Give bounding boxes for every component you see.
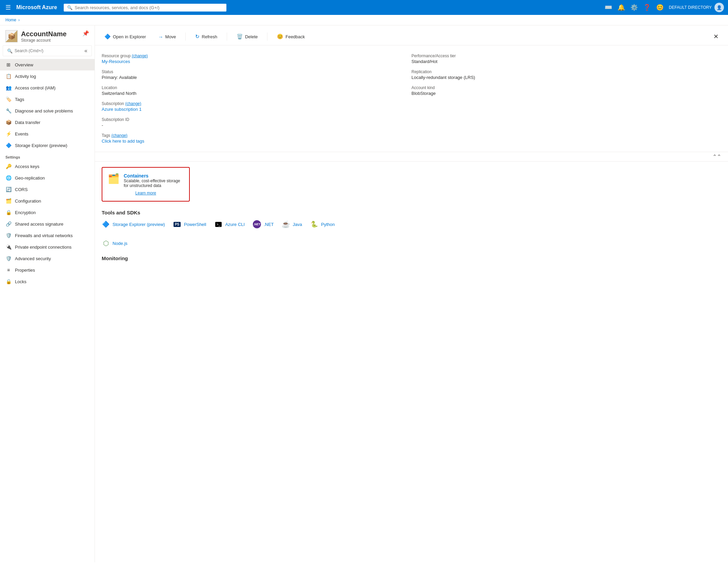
status-value: Primary: Available: [102, 75, 406, 80]
sidebar-item-shared-access[interactable]: 🔗 Shared access signature: [0, 218, 95, 230]
move-button[interactable]: → Move: [156, 32, 179, 42]
feedback-button[interactable]: 😊 Feedback: [274, 32, 307, 42]
card-text: Containers Scalable, cost-effective stor…: [124, 173, 184, 188]
sidebar-item-access-keys[interactable]: 🔑 Access keys: [0, 161, 95, 172]
tools-grid: 🔷 Storage Explorer (preview) PS PowerShe…: [102, 220, 721, 247]
sidebar-item-shared-access-label: Shared access signature: [15, 222, 63, 227]
smiley-icon[interactable]: 😊: [656, 4, 664, 11]
java-icon: ☕: [282, 220, 290, 228]
geo-replication-icon: 🌐: [5, 175, 12, 181]
tool-python[interactable]: 🐍 Python: [310, 220, 335, 228]
sidebar-item-cors[interactable]: 🔄 CORS: [0, 184, 95, 195]
sidebar-item-encryption[interactable]: 🔒 Encryption: [0, 207, 95, 218]
move-label: Move: [165, 34, 176, 39]
powershell-label: PowerShell: [184, 222, 206, 227]
nodejs-icon: ⬡: [102, 239, 110, 247]
java-label: Java: [293, 222, 302, 227]
delete-button[interactable]: 🗑️ Delete: [234, 32, 261, 42]
containers-section: 🗂️ Containers Scalable, cost-effective s…: [95, 162, 728, 207]
subscription-cell: Subscription (change) Azure subscription…: [102, 99, 411, 114]
tags-change-link[interactable]: (change): [112, 133, 127, 138]
performance-label: Performance/Access tier: [411, 54, 716, 58]
subscription-value[interactable]: Azure subscription 1: [102, 107, 142, 112]
sidebar-item-data-transfer-label: Data transfer: [15, 120, 40, 125]
refresh-button[interactable]: ↻ Refresh: [193, 32, 220, 42]
delete-label: Delete: [245, 34, 258, 39]
tools-title: Tools and SDKs: [102, 210, 721, 215]
sidebar-item-overview[interactable]: ⊞ Overview: [0, 59, 95, 70]
sidebar-item-firewalls[interactable]: 🛡️ Firewalls and virtual networks: [0, 230, 95, 241]
containers-card[interactable]: 🗂️ Containers Scalable, cost-effective s…: [102, 167, 190, 202]
tool-nodejs[interactable]: ⬡ Node.js: [102, 239, 721, 247]
locks-icon: 🔒: [5, 278, 12, 285]
sidebar-item-private-endpoint[interactable]: 🔌 Private endpoint connections: [0, 241, 95, 253]
dotnet-label: .NET: [264, 222, 274, 227]
sidebar-item-properties[interactable]: ≡ Properties: [0, 264, 95, 276]
tool-java[interactable]: ☕ Java: [282, 220, 302, 228]
sidebar-item-data-transfer[interactable]: 📦 Data transfer: [0, 117, 95, 128]
global-search-box[interactable]: 🔍: [64, 4, 226, 12]
location-label: Location: [102, 85, 406, 90]
collapse-bar[interactable]: ⌃⌃: [95, 152, 728, 162]
refresh-icon: ↻: [195, 34, 200, 40]
sidebar-item-access-control[interactable]: 👥 Access control (IAM): [0, 82, 95, 93]
cors-icon: 🔄: [5, 186, 12, 192]
sidebar-search-box[interactable]: 🔍 «: [3, 45, 92, 56]
open-explorer-icon: 🔷: [104, 34, 111, 40]
search-input[interactable]: [75, 5, 223, 10]
subscription-id-cell: Subscription ID -: [102, 114, 411, 130]
sidebar-item-advanced-security-label: Advanced security: [15, 256, 51, 261]
sidebar-item-tags[interactable]: 🏷️ Tags: [0, 93, 95, 105]
breadcrumb: Home ›: [0, 15, 728, 25]
replication-cell: Replication Locally-redundant storage (L…: [411, 67, 721, 83]
storage-explorer-icon: 🔷: [5, 142, 12, 148]
subscription-label: Subscription (change): [102, 101, 406, 106]
sidebar-collapse-icon[interactable]: «: [84, 48, 87, 54]
tool-azure-cli[interactable]: >_ Azure CLI: [214, 220, 245, 228]
resource-group-cell: Resource group (change) My-Resources: [102, 51, 411, 67]
account-kind-cell: Account kind BlobStorage: [411, 83, 721, 99]
tags-link[interactable]: Click here to add tags: [102, 139, 144, 144]
avatar[interactable]: 👤: [714, 3, 724, 12]
subscription-change-link[interactable]: (change): [125, 101, 141, 106]
user-info[interactable]: DEFAULT DIRECTORY 👤: [669, 3, 724, 12]
tool-powershell[interactable]: PS PowerShell: [173, 220, 206, 228]
nav-icon-group: ⌨️ 🔔 ⚙️ ❓ 😊 DEFAULT DIRECTORY 👤: [605, 3, 724, 12]
tool-dotnet[interactable]: .NET .NET: [253, 220, 274, 228]
main-content: 🔷 Open in Explorer → Move ↻ Refresh 🗑️ D…: [95, 25, 728, 562]
replication-label: Replication: [411, 69, 716, 74]
terminal-icon[interactable]: ⌨️: [605, 4, 612, 11]
tool-storage-explorer[interactable]: 🔷 Storage Explorer (preview): [102, 220, 165, 228]
private-endpoint-icon: 🔌: [5, 244, 12, 250]
containers-learn-more-link[interactable]: Learn more: [135, 191, 156, 195]
sidebar-item-activity-log[interactable]: 📋 Activity log: [0, 70, 95, 82]
sidebar-item-advanced-security[interactable]: 🛡️ Advanced security: [0, 253, 95, 264]
help-icon[interactable]: ❓: [643, 4, 651, 11]
resource-info: AccountName Storage account: [21, 30, 79, 43]
sidebar-item-storage-explorer[interactable]: 🔷 Storage Explorer (preview): [0, 140, 95, 151]
sidebar-item-tags-label: Tags: [15, 97, 24, 102]
performance-value: Standard/Hot: [411, 59, 716, 64]
close-button[interactable]: ✕: [711, 31, 721, 42]
sidebar-item-geo-replication[interactable]: 🌐 Geo-replication: [0, 172, 95, 184]
settings-icon[interactable]: ⚙️: [630, 4, 638, 11]
python-icon: 🐍: [310, 220, 318, 228]
properties-icon: ≡: [5, 267, 12, 273]
open-in-explorer-button[interactable]: 🔷 Open in Explorer: [102, 32, 149, 42]
resource-group-change-link[interactable]: (change): [132, 54, 148, 58]
pin-icon[interactable]: 📌: [82, 30, 89, 37]
sidebar-search-input[interactable]: [15, 48, 82, 53]
hamburger-menu[interactable]: ☰: [4, 2, 12, 13]
sidebar-item-configuration[interactable]: 🗂️ Configuration: [0, 195, 95, 207]
account-kind-value: BlobStorage: [411, 91, 716, 96]
location-cell: Location Switzerland North: [102, 83, 411, 99]
sidebar-item-diagnose[interactable]: 🔧 Diagnose and solve problems: [0, 105, 95, 117]
sidebar-item-events[interactable]: ⚡ Events: [0, 128, 95, 140]
resource-group-value[interactable]: My-Resources: [102, 59, 130, 64]
notifications-icon[interactable]: 🔔: [618, 4, 625, 11]
sidebar-item-locks[interactable]: 🔒 Locks: [0, 276, 95, 287]
resource-group-label: Resource group (change): [102, 54, 406, 58]
collapse-icon[interactable]: ⌃⌃: [712, 153, 721, 160]
sidebar-item-diagnose-label: Diagnose and solve problems: [15, 108, 73, 113]
breadcrumb-home[interactable]: Home: [5, 18, 16, 22]
